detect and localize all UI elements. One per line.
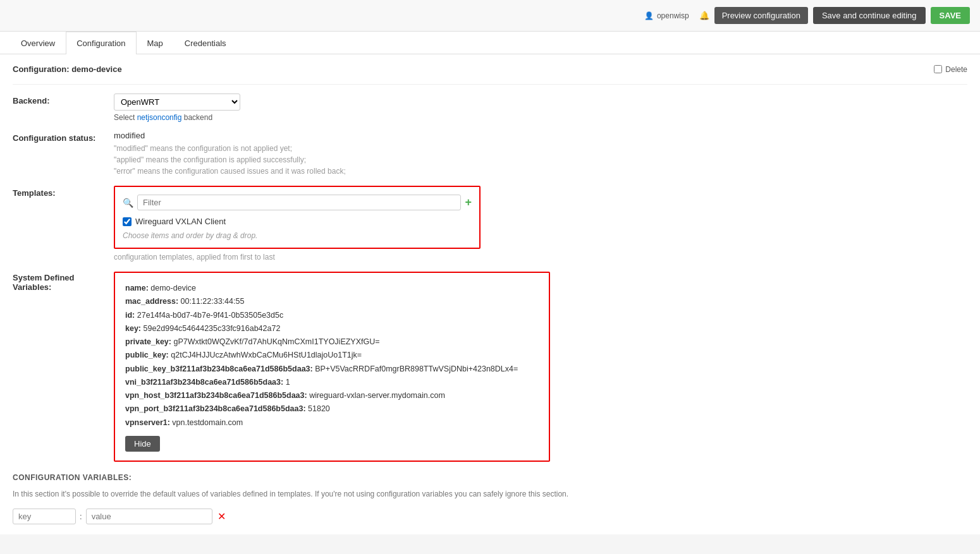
status-value: modified	[114, 131, 967, 140]
kv-row: : ✕	[13, 509, 967, 524]
config-variables-section: CONFIGURATION VARIABLES: In this section…	[13, 473, 967, 524]
tab-configuration[interactable]: Configuration	[66, 32, 136, 54]
var-vpn-host-b3f: vpn_host_b3f211af3b234b8ca6ea71d586b5daa…	[125, 389, 539, 402]
tab-overview[interactable]: Overview	[10, 32, 66, 54]
config-variables-description: In this section it's possible to overrid…	[13, 488, 967, 500]
save-continue-button[interactable]: Save and continue editing	[813, 7, 926, 24]
templates-row: Templates: 🔍 + Wireguard VXLAN Client Ch…	[13, 186, 967, 262]
status-hint: "modified" means the configuration is no…	[114, 143, 967, 177]
search-icon: 🔍	[123, 198, 133, 208]
var-mac-address: mac_address: 00:11:22:33:44:55	[125, 295, 539, 308]
bell-icon[interactable]: 🔔	[699, 11, 709, 20]
template-label-wireguard: Wireguard VXLAN Client	[135, 217, 226, 226]
var-public-key-b3f: public_key_b3f211af3b234b8ca6ea71d586b5d…	[125, 363, 539, 376]
config-status-label: Configuration status:	[13, 131, 114, 143]
backend-content: OpenWRT OpenWRT 19.07 Wireguard VPN Sele…	[114, 93, 967, 122]
templates-content: 🔍 + Wireguard VXLAN Client Choose items …	[114, 186, 967, 262]
var-private-key: private_key: gP7Wxtkt0WQZvKf/7d7AhUKqNmC…	[125, 335, 539, 349]
delete-label: Delete	[945, 65, 967, 74]
sysvars-content-wrapper: name: demo-device mac_address: 00:11:22:…	[114, 270, 967, 462]
backend-hint: Select netjsonconfig backend	[114, 113, 967, 122]
delete-checkbox[interactable]	[934, 65, 942, 73]
kv-key-input[interactable]	[13, 509, 76, 524]
tab-credentials[interactable]: Credentials	[174, 32, 237, 54]
config-status-row: Configuration status: modified "modified…	[13, 131, 967, 177]
sysvars-row: System DefinedVariables: name: demo-devi…	[13, 270, 967, 462]
template-item-wireguard: Wireguard VXLAN Client	[123, 217, 472, 226]
var-key: key: 59e2d994c54644235c33fc916ab42a72	[125, 322, 539, 335]
var-name: name: demo-device	[125, 282, 539, 295]
page-title-row: Configuration: demo-device Delete	[13, 64, 967, 74]
delete-row: Delete	[934, 65, 967, 74]
hide-variables-button[interactable]: Hide	[125, 436, 160, 452]
preview-configuration-button[interactable]: Preview configuration	[714, 7, 808, 24]
page-title: Configuration: demo-device	[13, 64, 122, 74]
kv-separator: :	[78, 512, 83, 521]
topbar-user: 👤 openwisp	[644, 11, 689, 20]
user-icon: 👤	[644, 11, 654, 20]
topbar: 👤 openwisp 🔔 Preview configuration Save …	[0, 0, 980, 32]
save-button[interactable]: SAVE	[931, 7, 970, 24]
var-vni-b3f: vni_b3f211af3b234b8ca6ea71d586b5daa3: 1	[125, 376, 539, 389]
templates-footer-hint: configuration templates, applied from fi…	[114, 253, 967, 262]
sysvars-label: System DefinedVariables:	[13, 270, 114, 292]
templates-box: 🔍 + Wireguard VXLAN Client Choose items …	[114, 186, 481, 249]
var-vpn-port-b3f: vpn_port_b3f211af3b234b8ca6ea71d586b5daa…	[125, 402, 539, 416]
var-id: id: 27e14f4a-b0d7-4b7e-9f41-0b53505e3d5c	[125, 309, 539, 322]
sysvars-vars: name: demo-device mac_address: 00:11:22:…	[125, 282, 539, 430]
sysvars-box: name: demo-device mac_address: 00:11:22:…	[114, 272, 550, 462]
var-vpnserver1: vpnserver1: vpn.testdomain.com	[125, 416, 539, 430]
config-status-content: modified "modified" means the configurat…	[114, 131, 967, 177]
tabs: Overview Configuration Map Credentials	[0, 32, 980, 54]
backend-select[interactable]: OpenWRT OpenWRT 19.07 Wireguard VPN	[114, 93, 240, 111]
templates-filter-row: 🔍 +	[123, 195, 472, 210]
backend-row: Backend: OpenWRT OpenWRT 19.07 Wireguard…	[13, 93, 967, 122]
var-public-key: public_key: q2tCJ4HJJUczAtwhWxbCaCMu6HSt…	[125, 349, 539, 362]
templates-label: Templates:	[13, 186, 114, 198]
templates-drag-hint: Choose items and order by drag & drop.	[123, 231, 472, 240]
kv-value-input[interactable]	[86, 509, 212, 524]
status-hint-line1: "modified" means the configuration is no…	[114, 144, 292, 153]
templates-filter-input[interactable]	[137, 195, 461, 210]
status-hint-line3: "error" means the configuration caused i…	[114, 167, 346, 176]
template-checkbox-wireguard[interactable]	[123, 217, 132, 226]
backend-label: Backend:	[13, 93, 114, 105]
status-hint-line2: "applied" means the configuration is app…	[114, 155, 306, 164]
netjsonconfig-link[interactable]: netjsonconfig	[137, 113, 182, 122]
username-label: openwisp	[657, 11, 689, 20]
tab-map[interactable]: Map	[137, 32, 174, 54]
config-variables-header: CONFIGURATION VARIABLES:	[13, 473, 967, 482]
kv-delete-icon[interactable]: ✕	[215, 510, 228, 522]
add-template-icon[interactable]: +	[465, 196, 472, 209]
main-content: Configuration: demo-device Delete Backen…	[0, 54, 980, 534]
